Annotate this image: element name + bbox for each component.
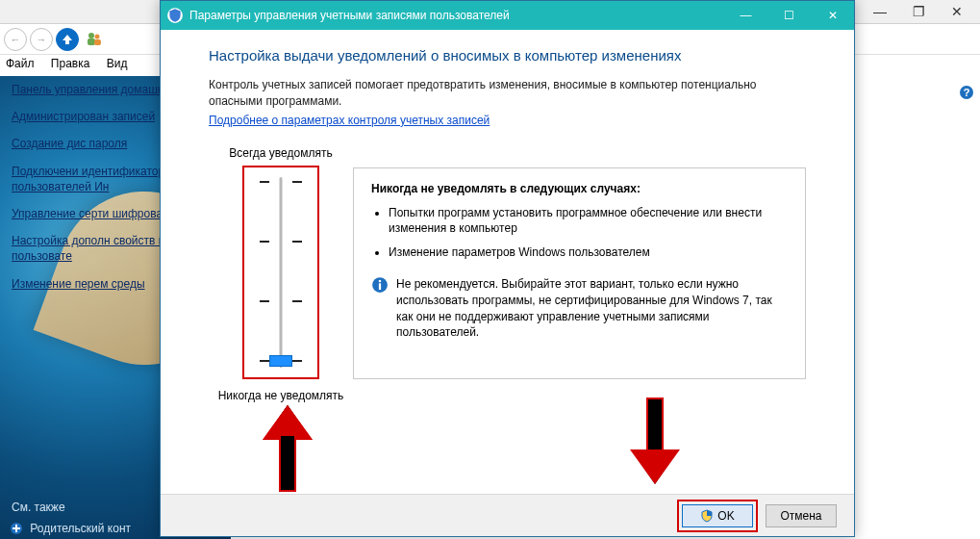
uac-shield-icon (166, 7, 184, 24)
slider-top-label: Всегда уведомлять (209, 146, 353, 160)
menu-file[interactable]: Файл (6, 57, 35, 70)
uac-dialog: Параметры управления учетными записями п… (160, 0, 855, 537)
svg-rect-1 (88, 38, 95, 45)
parental-link[interactable]: Родительский конт (10, 522, 131, 535)
dialog-title: Параметры управления учетными записями п… (189, 9, 724, 22)
svg-rect-12 (379, 280, 381, 282)
ok-button[interactable]: OK (682, 504, 753, 527)
dialog-footer: OK Отмена (161, 494, 854, 536)
shield-icon (700, 509, 714, 523)
dialog-maximize-button[interactable]: ☐ (767, 1, 811, 30)
menu-view[interactable]: Вид (107, 57, 128, 70)
menu-edit[interactable]: Правка (51, 57, 90, 70)
uac-slider[interactable] (242, 166, 319, 379)
ok-label: OK (717, 509, 734, 523)
nav-back-button[interactable]: ← (4, 28, 27, 51)
desc-bullet: Попытки программ установить программное … (389, 205, 788, 238)
svg-rect-3 (94, 39, 101, 45)
slider-bottom-label: Никогда не уведомлять (209, 389, 353, 402)
annotation-arrow-down (636, 398, 674, 484)
slider-thumb[interactable] (269, 355, 292, 367)
dialog-intro: Контроль учетных записей помогает предот… (209, 77, 766, 110)
dialog-titlebar[interactable]: Параметры управления учетными записями п… (161, 1, 854, 30)
svg-point-0 (88, 33, 94, 38)
help-icon[interactable]: ? (959, 85, 974, 100)
user-icon (86, 31, 103, 48)
learn-more-link[interactable]: Подробнее о параметрах контроля учетных … (209, 114, 490, 127)
desc-warning: Не рекомендуется. Выбирайте этот вариант… (396, 276, 788, 341)
bg-maximize-button[interactable]: ❐ (899, 1, 938, 22)
svg-rect-11 (379, 283, 381, 290)
level-description: Никогда не уведомлять в следующих случая… (353, 167, 806, 379)
dialog-minimize-button[interactable]: — (724, 1, 767, 30)
dialog-heading: Настройка выдачи уведомлений о вносимых … (209, 47, 806, 64)
see-also-label: См. также (12, 500, 65, 514)
svg-text:?: ? (964, 87, 970, 98)
nav-forward-button[interactable]: → (30, 28, 53, 51)
annotation-arrow-up (268, 405, 307, 492)
svg-point-2 (95, 34, 100, 38)
bg-close-button[interactable]: ✕ (938, 1, 976, 22)
svg-rect-6 (13, 527, 20, 529)
desc-bullet: Изменение параметров Windows пользовател… (389, 244, 788, 261)
desc-heading: Никогда не уведомлять в следующих случая… (371, 182, 788, 195)
bg-minimize-button[interactable]: — (861, 1, 899, 22)
info-icon (371, 276, 389, 294)
cancel-button[interactable]: Отмена (766, 504, 837, 527)
dialog-close-button[interactable]: ✕ (811, 1, 854, 30)
nav-up-button[interactable] (56, 28, 79, 51)
ok-highlight: OK (677, 500, 758, 532)
